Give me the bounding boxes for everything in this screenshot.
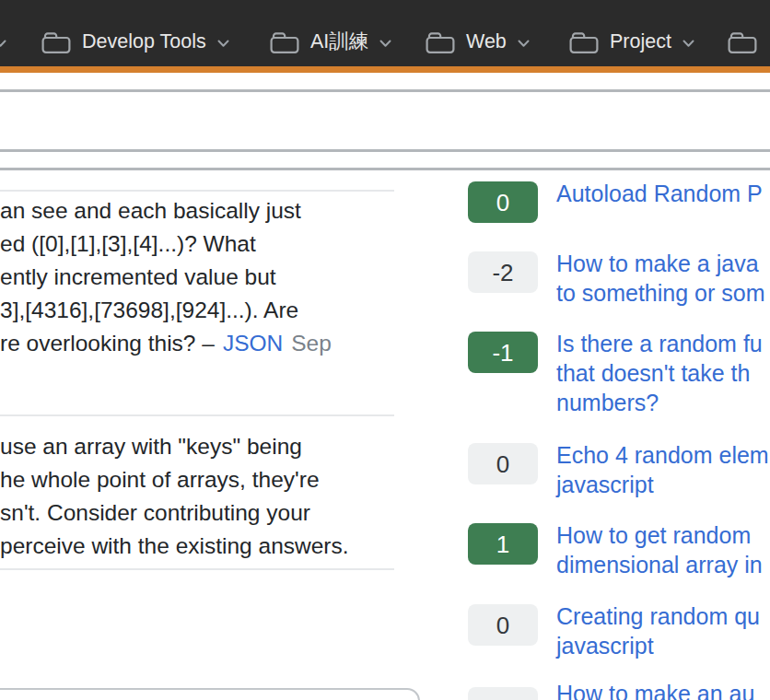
related-question-link[interactable]: Is there a random futhat doesn't take th… — [556, 329, 770, 417]
header-accent-bar — [0, 66, 770, 73]
comment-line: perceive with the existing answers. — [0, 530, 398, 563]
comment-meta-line: re overlooking this? –JSONSep — [0, 327, 398, 360]
score-badge: -1 — [468, 332, 538, 373]
comment-line: use an array with "keys" being — [0, 430, 398, 463]
comment-text: an see and each basically just ed ([0],[… — [0, 194, 398, 360]
related-question-link[interactable]: How to make an au — [556, 679, 770, 700]
score-badge: 0 — [468, 181, 538, 223]
chevron-down-icon — [682, 37, 694, 48]
section-divider — [0, 168, 770, 170]
section-divider — [0, 89, 770, 92]
bookmark-folder-web[interactable]: Web — [426, 26, 530, 59]
bookmark-label: Develop Tools — [82, 32, 206, 52]
score-badge: -2 — [468, 251, 538, 293]
comment-divider — [0, 190, 394, 192]
folder-icon — [569, 30, 599, 54]
comment-line: he whole point of arrays, they're — [0, 463, 398, 496]
bookmark-label: AI訓練 — [310, 32, 368, 52]
related-question-link[interactable]: Creating random qujavascript — [556, 601, 770, 660]
folder-icon — [728, 30, 757, 54]
comment-line: ed ([0],[1],[3],[4]...)? What — [0, 228, 398, 261]
folder-icon — [270, 30, 299, 54]
comment-text: use an array with "keys" being he whole … — [0, 430, 398, 563]
comment-divider — [0, 568, 394, 570]
folder-icon — [426, 30, 455, 54]
chevron-down-icon — [217, 37, 229, 48]
folder-icon — [41, 30, 71, 54]
score-badge: 0 — [468, 443, 538, 484]
bookmark-folder-project[interactable]: Project — [569, 26, 694, 59]
score-badge: 5 — [468, 687, 538, 700]
related-question-link[interactable]: Echo 4 random elemjavascript — [556, 440, 770, 499]
related-question-link[interactable]: Autoload Random P — [556, 179, 770, 208]
chevron-down-icon — [518, 37, 530, 48]
bookmark-label: Project — [610, 32, 671, 52]
bookmark-label: Web — [466, 32, 507, 52]
add-comment-input[interactable] — [0, 688, 420, 700]
bookmark-folder-ai-training[interactable]: AI訓練 — [270, 26, 391, 59]
comment-divider — [0, 414, 394, 416]
comment-line: sn't. Consider contributing your — [0, 496, 398, 530]
section-divider — [0, 149, 770, 152]
score-badge: 0 — [468, 604, 538, 646]
score-badge: 1 — [468, 523, 538, 565]
bookmarks-bar: Develop Tools AI訓練 Web Project — [0, 0, 770, 66]
comment-line: re overlooking this? – — [0, 331, 215, 356]
comment-line: ently incremented value but — [0, 261, 398, 294]
bookmark-folder-partial[interactable] — [728, 26, 757, 59]
comment-date-link[interactable]: Sep — [291, 331, 332, 356]
comment-line: 3],[4316],[73698],[924]...). Are — [0, 294, 398, 327]
bookmark-folder-develop-tools[interactable]: Develop Tools — [41, 26, 229, 59]
comment-author-link[interactable]: JSON — [223, 331, 283, 356]
chevron-down-icon — [0, 35, 6, 52]
related-question-link[interactable]: How to make a javato something or som — [556, 249, 770, 308]
comment-line: an see and each basically just — [0, 194, 398, 228]
chevron-down-icon — [379, 37, 391, 48]
related-question-link[interactable]: How to get randomdimensional array in — [556, 520, 770, 579]
